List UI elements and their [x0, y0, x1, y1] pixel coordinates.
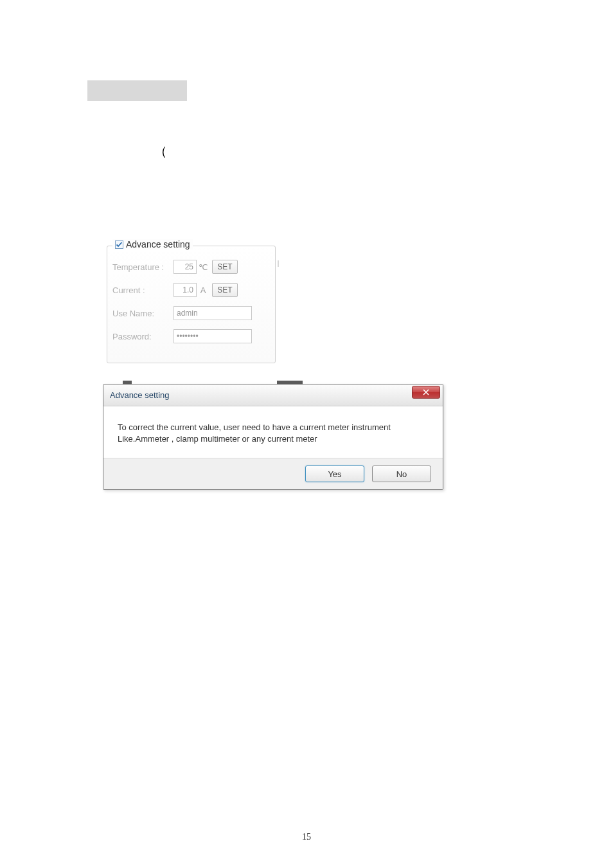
dialog-body-line2: Like.Ammeter , clamp multimeter or any c…	[118, 433, 429, 445]
page-number: 15	[0, 832, 613, 842]
username-input[interactable]	[173, 306, 252, 320]
stray-paren: （	[154, 143, 167, 160]
dialog-body-line1: To correct the current value, user need …	[118, 422, 429, 433]
no-button[interactable]: No	[372, 466, 431, 482]
temperature-set-button[interactable]: SET	[212, 260, 238, 274]
temperature-row: Temperature : ℃ SET	[107, 255, 275, 278]
dialog-title-text: Advance setting	[110, 390, 170, 400]
username-label: Use Name:	[112, 309, 173, 318]
temperature-input[interactable]	[173, 260, 197, 274]
temperature-label: Temperature :	[112, 262, 173, 272]
close-icon	[422, 389, 430, 395]
current-unit: A	[197, 285, 209, 295]
advance-setting-panel: Advance setting Temperature : ℃ SET Curr…	[107, 246, 276, 363]
yes-button[interactable]: Yes	[305, 466, 364, 482]
advance-setting-dialog: Advance setting To correct the current v…	[103, 384, 443, 490]
highlight-bar	[87, 80, 187, 101]
password-input[interactable]	[173, 329, 252, 343]
dialog-footer: Yes No	[103, 458, 443, 489]
current-input[interactable]	[173, 283, 197, 297]
close-button[interactable]	[412, 386, 440, 399]
current-row: Current : A SET	[107, 278, 275, 302]
panel-legend: Advance setting	[112, 239, 193, 249]
advance-setting-checkbox[interactable]	[115, 240, 123, 249]
panel-body: Temperature : ℃ SET Current : A SET Use …	[107, 246, 275, 348]
password-label: Password:	[112, 332, 173, 341]
current-set-button[interactable]: SET	[212, 283, 238, 297]
temperature-unit: ℃	[197, 262, 209, 272]
password-row: Password:	[107, 325, 275, 348]
dialog-body: To correct the current value, user need …	[103, 406, 443, 458]
current-label: Current :	[112, 285, 173, 295]
dialog-titlebar: Advance setting	[103, 384, 443, 406]
username-row: Use Name:	[107, 302, 275, 325]
panel-legend-text: Advance setting	[126, 239, 190, 249]
panel-edge-mark	[278, 260, 279, 267]
